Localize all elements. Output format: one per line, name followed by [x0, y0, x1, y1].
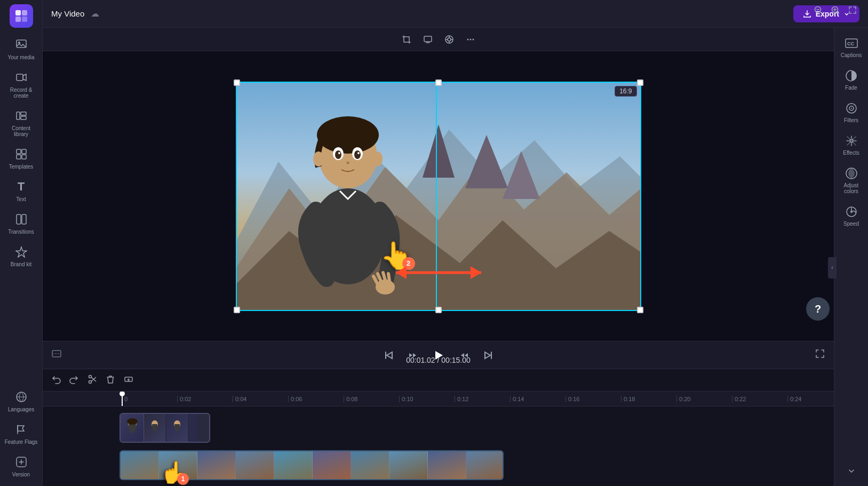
sidebar-label: Your media	[7, 54, 34, 60]
ruler-mark: 0:04	[233, 396, 288, 402]
sidebar-label: Feature Flags	[5, 439, 38, 445]
sidebar-label: Languages	[8, 407, 35, 412]
tracks-container: 👆 1	[43, 407, 834, 486]
svg-rect-6	[17, 74, 23, 81]
sidebar-item-languages[interactable]: Languages	[2, 385, 41, 417]
sidebar-item-content-library[interactable]: Content library	[2, 104, 41, 141]
ruler-mark: 0:14	[510, 396, 566, 402]
svg-point-56	[850, 211, 853, 213]
transitions-icon	[14, 212, 29, 227]
svg-point-23	[472, 38, 474, 40]
redo-button[interactable]	[67, 372, 81, 388]
svg-point-46	[127, 418, 138, 425]
svg-rect-18	[424, 36, 432, 42]
timeline-toolbar	[43, 369, 834, 392]
adjust-colors-label: Adjust colors	[839, 182, 864, 194]
project-name: My Video	[51, 9, 84, 18]
preview-container: 👆 2	[43, 51, 834, 341]
sidebar-item-transitions[interactable]: Transitions	[2, 208, 41, 239]
svg-point-21	[467, 38, 468, 40]
fade-label: Fade	[845, 85, 857, 91]
playback-controls: 00:01.02 / 00:15.00	[43, 341, 834, 369]
right-panel-effects[interactable]: Effects	[837, 130, 866, 160]
mask-button[interactable]	[51, 348, 62, 362]
avatar-thumb-1	[121, 414, 144, 442]
svg-point-22	[469, 38, 471, 40]
right-panel-collapse[interactable]: ‹	[828, 257, 837, 278]
svg-point-41	[89, 375, 92, 378]
languages-icon	[14, 389, 29, 404]
right-panel-filters[interactable]: Filters	[837, 97, 866, 128]
svg-rect-9	[21, 116, 26, 119]
delete-button[interactable]	[103, 372, 117, 388]
more-tool-button[interactable]	[462, 31, 479, 48]
effects-label: Effects	[843, 150, 859, 156]
ruler-mark: 0:02	[177, 396, 233, 402]
screen-tool-button[interactable]	[419, 31, 436, 48]
undo-button[interactable]	[49, 372, 63, 388]
avatar-clip[interactable]	[120, 413, 210, 443]
svg-rect-13	[22, 155, 26, 159]
avatar-track-row	[43, 411, 834, 445]
ruler-mark: 0:10	[399, 396, 455, 402]
ruler-mark: 0:22	[732, 396, 787, 402]
canvas-wrapper: 👆 2	[43, 28, 834, 486]
captions-label: Captions	[841, 52, 862, 58]
sidebar-label: Version	[12, 472, 30, 477]
add-track-button[interactable]	[122, 372, 136, 388]
library-icon	[14, 108, 29, 123]
brand-icon	[14, 244, 29, 259]
text-icon: T	[14, 179, 29, 194]
left-sidebar: Your media Record & create Content libra…	[0, 0, 43, 486]
sidebar-item-templates[interactable]: Templates	[2, 142, 41, 174]
right-panel-fade[interactable]: Fade	[837, 65, 866, 95]
speed-label: Speed	[843, 221, 859, 227]
crop-tool-button[interactable]	[398, 31, 415, 48]
cut-button[interactable]	[85, 372, 99, 388]
svg-rect-2	[15, 17, 21, 22]
sidebar-item-your-media[interactable]: Your media	[2, 33, 41, 65]
video-clip[interactable]	[120, 450, 504, 480]
fullscreen-button[interactable]	[815, 348, 825, 362]
main-content: My Video ☁ Export	[43, 0, 868, 486]
right-panel-chevron-down[interactable]	[843, 463, 860, 482]
help-button[interactable]: ?	[806, 297, 830, 321]
editor-area: 👆 2	[43, 28, 868, 486]
time-display: 00:01.02 / 00:15.00	[406, 356, 471, 364]
video-thumb-strip	[121, 451, 504, 479]
canvas-toolbar	[43, 28, 834, 51]
right-panel-captions[interactable]: CC Captions	[837, 32, 866, 62]
sidebar-item-feature-flags[interactable]: Feature Flags	[2, 418, 41, 449]
ruler-mark: 0:06	[288, 396, 344, 402]
right-panel-adjust-colors[interactable]: Adjust colors	[837, 162, 866, 198]
sidebar-item-text[interactable]: T Text	[2, 175, 41, 206]
skip-to-start-button[interactable]	[381, 348, 396, 363]
fade-icon	[845, 69, 858, 83]
timeline-tracks: 0 0:02 0:04 0:06 0:08 0:10 0:12 0:14 0:1…	[43, 392, 834, 486]
svg-point-53	[851, 108, 852, 109]
right-panel: ‹ CC Captions Fade	[834, 28, 868, 486]
sidebar-item-brand-kit[interactable]: Brand kit	[2, 240, 41, 272]
right-panel-speed[interactable]: Speed	[837, 201, 866, 231]
ruler-mark: 0:20	[676, 396, 732, 402]
video-track-row: 👆 1	[43, 448, 834, 482]
record-icon	[14, 70, 29, 85]
sidebar-label: Transitions	[8, 229, 34, 235]
svg-rect-7	[17, 112, 20, 119]
sidebar-item-record-create[interactable]: Record & create	[2, 66, 41, 103]
sidebar-label: Text	[16, 196, 26, 202]
svg-rect-1	[22, 10, 27, 15]
ruler-mark: 0:18	[621, 396, 676, 402]
sidebar-label: Record & create	[4, 87, 38, 99]
ruler-mark: 0:08	[344, 396, 399, 402]
target-tool-button[interactable]	[441, 31, 458, 48]
top-bar: My Video ☁ Export	[43, 0, 868, 28]
filters-icon	[845, 101, 858, 115]
sidebar-item-version[interactable]: Version	[2, 450, 41, 482]
video-background	[236, 82, 641, 311]
autosave-icon: ☁	[91, 9, 99, 19]
video-preview: 👆 2	[236, 82, 641, 311]
svg-rect-12	[17, 155, 21, 159]
skip-to-end-button[interactable]	[481, 348, 496, 363]
effects-icon	[845, 134, 858, 148]
